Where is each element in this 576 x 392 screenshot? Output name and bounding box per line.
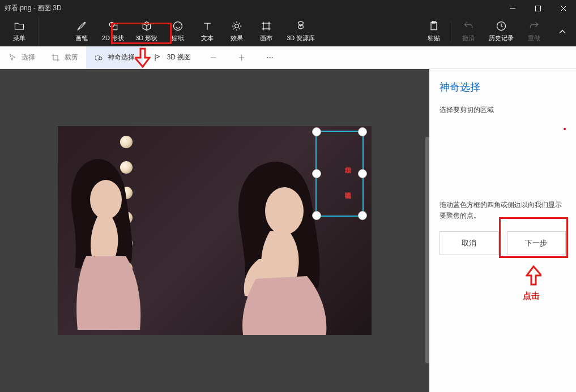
canvas-scrollbar[interactable] (425, 137, 429, 363)
magic-select-tool[interactable]: 神奇选择 (86, 46, 143, 68)
separator (451, 21, 451, 42)
history-button[interactable]: 历史记录 (483, 17, 519, 46)
svg-rect-12 (96, 55, 100, 60)
annotation-dot (564, 128, 566, 130)
view3d-button[interactable]: 3D 视图 (149, 47, 196, 68)
brush-icon (76, 20, 87, 32)
history-icon (496, 20, 507, 32)
svg-point-6 (174, 22, 182, 31)
paste-button[interactable]: 粘贴 (419, 17, 449, 46)
sticker-icon (172, 20, 184, 32)
redo-icon (528, 20, 540, 32)
side-panel: 神奇选择 选择要剪切的区域 拖动蓝色方框的四角或侧边以向我们显示要聚焦的点。 取… (429, 69, 576, 392)
effects-icon (231, 20, 242, 32)
brush-button[interactable]: 画笔 (67, 17, 96, 46)
svg-rect-8 (263, 23, 269, 29)
library-icon (295, 20, 306, 32)
more-button[interactable] (259, 47, 280, 68)
brush-label: 画笔 (75, 34, 88, 42)
select-label: 选择 (22, 53, 35, 62)
redo-label: 重做 (528, 34, 540, 42)
lib3d-label: 3D 资源库 (287, 34, 315, 42)
chevron-up-icon (557, 26, 568, 37)
menu-button[interactable]: 菜单 (0, 17, 39, 46)
paste-icon (428, 20, 440, 32)
collapse-panel-button[interactable] (549, 17, 576, 46)
history-label: 历史记录 (489, 34, 514, 42)
magic-select-icon (94, 53, 103, 62)
canvas-image: 我是水印 请去除我吧 (58, 126, 372, 335)
crop-icon (51, 53, 60, 62)
text-icon (202, 20, 213, 32)
folder-icon (14, 20, 25, 32)
canvas-button[interactable]: 画布 (251, 17, 281, 46)
select-tool[interactable]: 选择 (0, 46, 43, 68)
annotation-text-click: 点击 (523, 291, 540, 301)
annotation-arrow-select (135, 48, 151, 70)
stickers-label: 贴纸 (172, 34, 184, 42)
ellipsis-icon (265, 53, 274, 62)
text-button[interactable]: 文本 (193, 17, 222, 46)
minimize-button[interactable] (500, 0, 525, 16)
undo-label: 撤消 (462, 34, 475, 42)
undo-icon (463, 20, 474, 32)
selection-rectangle[interactable]: 我是水印 请去除我吧 (315, 131, 364, 217)
crop-label: 裁剪 (65, 53, 78, 62)
figure-reflection (58, 149, 165, 330)
undo-button[interactable]: 撤消 (454, 17, 483, 46)
resize-handle-tr[interactable] (358, 127, 367, 136)
plus-icon (237, 53, 246, 62)
panel-subtitle: 选择要剪切的区域 (440, 105, 566, 115)
resize-handle-br[interactable] (358, 211, 367, 220)
view3d-label: 3D 视图 (167, 53, 191, 62)
canvas-icon (261, 20, 272, 32)
text-label: 文本 (201, 34, 214, 42)
flag-icon (153, 53, 163, 62)
canvas-area[interactable]: 调整矩形框 (0, 69, 429, 392)
svg-point-20 (90, 180, 122, 219)
svg-point-21 (265, 187, 304, 235)
panel-title: 神奇选择 (440, 80, 566, 94)
ribbon: 菜单 画笔 2D 形状 3D 形状 贴纸 文本 效果 画布 3D 资源库 粘贴 … (0, 16, 576, 46)
svg-point-17 (267, 57, 268, 58)
effects-button[interactable]: 效果 (222, 17, 251, 46)
annotation-box-select (111, 23, 172, 44)
svg-point-7 (235, 24, 239, 28)
sub-toolbar: 选择 裁剪 神奇选择 3D 视图 选择功能 (0, 46, 576, 69)
paste-label: 粘贴 (428, 34, 440, 42)
cursor-icon (8, 53, 17, 62)
cancel-label: 取消 (462, 238, 476, 248)
magic-select-label: 神奇选择 (108, 53, 135, 62)
annotation-arrow-next (526, 263, 541, 286)
svg-point-18 (269, 57, 270, 58)
crop-tool[interactable]: 裁剪 (43, 46, 86, 68)
cancel-button[interactable]: 取消 (440, 231, 499, 255)
redo-button[interactable]: 重做 (519, 17, 549, 46)
title-bar: 好看.png - 画图 3D (0, 0, 576, 16)
effects-label: 效果 (231, 34, 243, 42)
zoom-out-button[interactable] (202, 47, 224, 68)
close-button[interactable] (551, 0, 576, 16)
window-title: 好看.png - 画图 3D (5, 3, 500, 13)
watermark-text: 我是水印 请去除我吧 (317, 149, 362, 200)
zoom-in-button[interactable] (231, 47, 252, 68)
resize-handle-bl[interactable] (312, 211, 321, 220)
annotation-box-next (499, 217, 568, 258)
svg-rect-1 (535, 6, 540, 11)
minus-icon (208, 53, 217, 62)
svg-point-19 (271, 57, 272, 58)
maximize-button[interactable] (525, 0, 551, 16)
canvas-label: 画布 (260, 34, 272, 42)
resize-handle-tl[interactable] (312, 127, 321, 136)
menu-label: 菜单 (13, 34, 25, 42)
lib3d-button[interactable]: 3D 资源库 (281, 17, 321, 46)
